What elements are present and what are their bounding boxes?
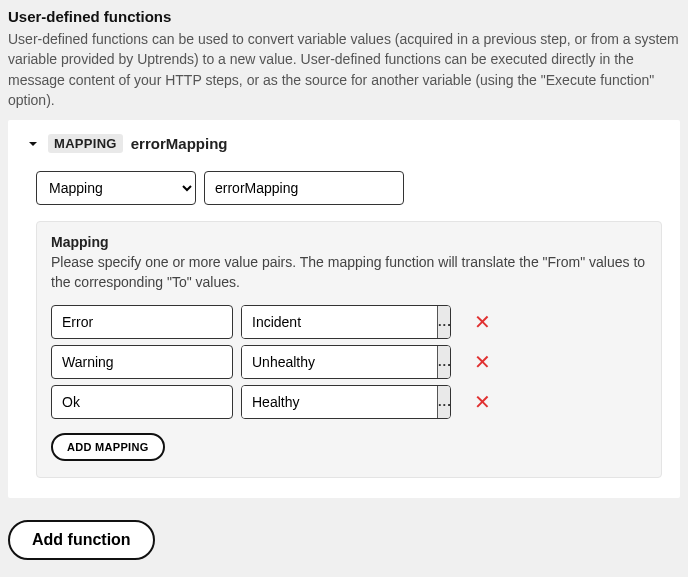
mapping-pair-row: ... ✕ <box>51 345 647 379</box>
section-description: User-defined functions can be used to co… <box>8 29 680 110</box>
mapping-title: Mapping <box>51 234 647 250</box>
mapping-from-input[interactable] <box>51 345 233 379</box>
add-function-button[interactable]: Add function <box>8 520 155 560</box>
variable-picker-button[interactable]: ... <box>437 346 451 378</box>
variable-picker-button[interactable]: ... <box>437 306 451 338</box>
mapping-to-wrap: ... <box>241 305 451 339</box>
mapping-to-wrap: ... <box>241 385 451 419</box>
function-type-tag: MAPPING <box>48 134 123 153</box>
delete-icon[interactable]: ✕ <box>469 309 495 335</box>
mapping-pair-row: ... ✕ <box>51 385 647 419</box>
mapping-box: Mapping Please specify one or more value… <box>36 221 662 478</box>
section-title: User-defined functions <box>8 8 680 25</box>
function-card: MAPPING errorMapping Mapping Mapping Ple… <box>8 120 680 498</box>
mapping-to-input[interactable] <box>242 386 437 418</box>
mapping-pair-row: ... ✕ <box>51 305 647 339</box>
footer: Add function <box>0 498 688 570</box>
mapping-from-input[interactable] <box>51 305 233 339</box>
delete-icon[interactable]: ✕ <box>469 389 495 415</box>
variable-picker-button[interactable]: ... <box>437 386 451 418</box>
mapping-from-input[interactable] <box>51 385 233 419</box>
mapping-description: Please specify one or more value pairs. … <box>51 252 647 293</box>
add-mapping-button[interactable]: ADD MAPPING <box>51 433 165 461</box>
function-card-header: MAPPING errorMapping <box>26 134 662 153</box>
function-config-row: Mapping <box>36 171 662 205</box>
function-type-select[interactable]: Mapping <box>36 171 196 205</box>
mapping-to-input[interactable] <box>242 346 437 378</box>
mapping-to-wrap: ... <box>241 345 451 379</box>
section-header: User-defined functions User-defined func… <box>0 0 688 114</box>
delete-icon[interactable]: ✕ <box>469 349 495 375</box>
function-name-input[interactable] <box>204 171 404 205</box>
mapping-to-input[interactable] <box>242 306 437 338</box>
chevron-down-icon[interactable] <box>26 137 40 151</box>
function-name-label: errorMapping <box>131 135 228 152</box>
